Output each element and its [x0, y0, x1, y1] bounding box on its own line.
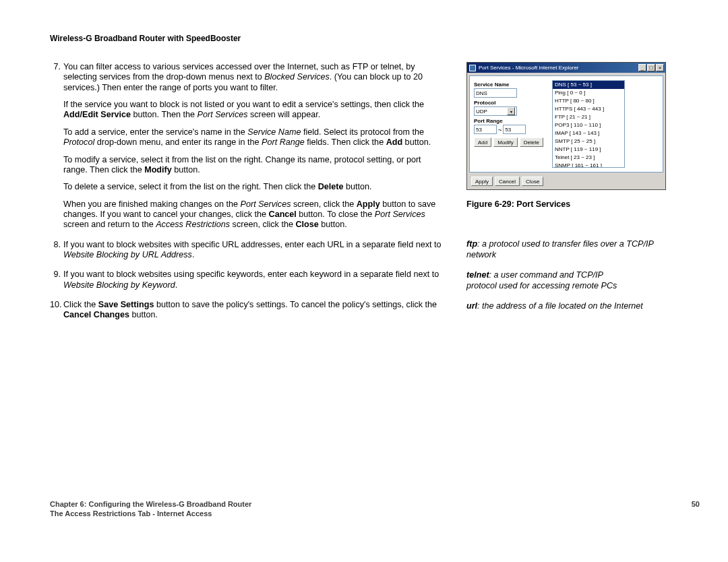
glossary-url: url: the address of a file located on th…	[466, 301, 669, 311]
list-item[interactable]: HTTPS [ 443 ~ 443 ]	[553, 105, 624, 113]
port-services-window: Port Services - Microsoft Internet Explo…	[466, 62, 666, 190]
port-from-input[interactable]: 53	[474, 125, 497, 134]
protocol-value: UDP	[476, 108, 487, 115]
minimize-button[interactable]: _	[638, 64, 646, 71]
document-title: Wireless-G Broadband Router with SpeedBo…	[50, 34, 700, 43]
para-7-3: To add a service, enter the service's na…	[63, 127, 445, 148]
service-name-label: Service Name	[474, 82, 547, 88]
protocol-label: Protocol	[474, 100, 547, 106]
maximize-button[interactable]: □	[647, 64, 655, 71]
list-item[interactable]: HTTP [ 80 ~ 80 ]	[553, 97, 624, 105]
chevron-down-icon: ▾	[507, 107, 515, 115]
list-number: 8.	[50, 240, 61, 250]
list-number: 7.	[50, 62, 61, 72]
window-titlebar: Port Services - Microsoft Internet Explo…	[467, 63, 665, 73]
page-footer: Chapter 6: Configuring the Wireless-G Br…	[50, 500, 700, 518]
service-listbox[interactable]: DNS [ 53 ~ 53 ] Ping [ 0 ~ 0 ] HTTP [ 80…	[552, 80, 625, 168]
list-item[interactable]: POP3 [ 110 ~ 110 ]	[553, 121, 624, 129]
port-range-label: Port Range	[474, 118, 547, 124]
window-close-button[interactable]: ×	[656, 64, 664, 71]
para-7-2: If the service you want to block is not …	[63, 100, 445, 121]
list-item[interactable]: SNMP [ 161 ~ 161 ]	[553, 162, 624, 168]
port-to-input[interactable]: 53	[503, 125, 526, 134]
para-7-5: To delete a service, select it from the …	[63, 182, 445, 192]
list-item-9: 9. If you want to block websites using s…	[62, 270, 445, 290]
body-text-column: 7. You can filter access to various serv…	[50, 62, 445, 330]
para-7-4: To modify a service, select it from the …	[63, 155, 445, 176]
para-7-1: You can filter access to various service…	[63, 62, 423, 92]
list-item-7: 7. You can filter access to various serv…	[62, 62, 445, 230]
list-item[interactable]: SMTP [ 25 ~ 25 ]	[553, 137, 624, 146]
document-page: Wireless-G Broadband Router with SpeedBo…	[0, 0, 728, 562]
list-item[interactable]: Telnet [ 23 ~ 23 ]	[553, 154, 624, 162]
list-item-10: 10. Click the Save Settings button to sa…	[62, 300, 445, 321]
footer-chapter: Chapter 6: Configuring the Wireless-G Br…	[50, 500, 251, 508]
close-button[interactable]: Close	[522, 177, 543, 186]
window-title: Port Services - Microsoft Internet Explo…	[479, 65, 638, 71]
para-7-6: When you are finished making changes on …	[63, 199, 445, 230]
modify-button[interactable]: Modify	[493, 137, 518, 147]
footer-section: The Access Restrictions Tab - Internet A…	[50, 509, 700, 518]
list-item[interactable]: Ping [ 0 ~ 0 ]	[553, 89, 624, 97]
service-name-input[interactable]: DNS	[474, 88, 517, 98]
figure-caption: Figure 6-29: Port Services	[466, 199, 669, 209]
apply-button[interactable]: Apply	[471, 177, 493, 186]
add-button[interactable]: Add	[474, 137, 491, 147]
two-column-layout: 7. You can filter access to various serv…	[50, 62, 700, 330]
list-item[interactable]: DNS [ 53 ~ 53 ]	[553, 81, 624, 89]
list-item[interactable]: NNTP [ 119 ~ 119 ]	[553, 146, 624, 154]
list-number: 10.	[50, 300, 61, 310]
port-services-panel: Service Name DNS Protocol UDP ▾ Port Ran…	[469, 75, 663, 173]
list-item[interactable]: IMAP [ 143 ~ 143 ]	[553, 129, 624, 137]
list-item[interactable]: FTP [ 21 ~ 21 ]	[553, 113, 624, 121]
cancel-button[interactable]: Cancel	[495, 177, 520, 186]
port-range-separator: ~	[498, 127, 502, 133]
protocol-select[interactable]: UDP ▾	[474, 106, 517, 116]
glossary-ftp: ftp: a protocol used to transfer files o…	[466, 239, 669, 260]
list-item-8: 8. If you want to block websites with sp…	[62, 240, 445, 261]
glossary-telnet: telnet: a user command and TCP/IP protoc…	[466, 270, 669, 291]
ie-icon	[469, 65, 476, 71]
list-number: 9.	[50, 270, 61, 280]
delete-button[interactable]: Delete	[520, 137, 543, 147]
page-number: 50	[692, 500, 700, 508]
figure-column: Port Services - Microsoft Internet Explo…	[466, 62, 669, 321]
